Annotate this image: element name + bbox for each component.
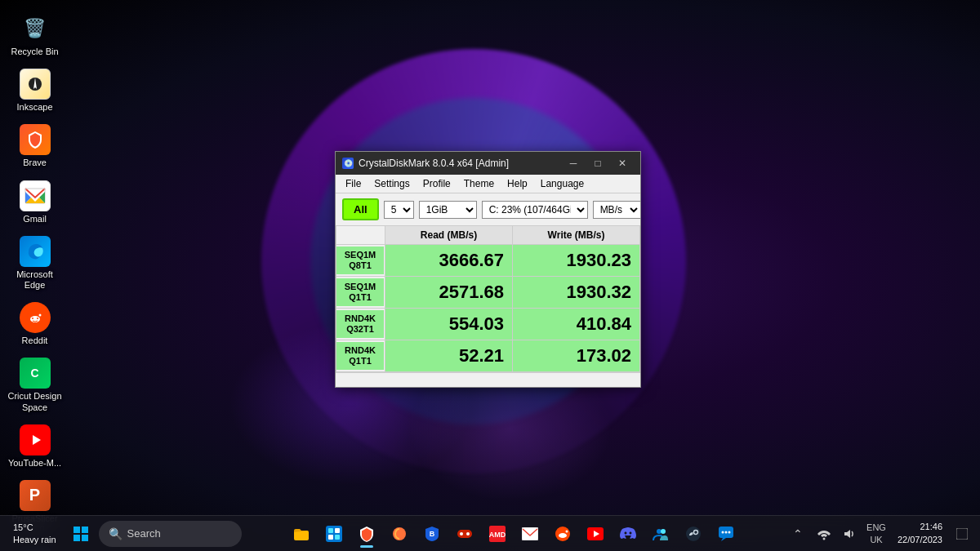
cdm-menu-settings[interactable]: Settings: [368, 176, 416, 191]
clock-widget[interactable]: 21:46 22/07/2023: [893, 521, 947, 546]
cdm-menu-language[interactable]: Language: [534, 176, 590, 191]
cdm-app-icon: 💿: [342, 158, 354, 169]
youtube-label: YouTube-M...: [8, 458, 61, 469]
svg-point-47: [722, 531, 724, 533]
cdm-window-controls: ─ □ ✕: [562, 154, 634, 172]
brave-label: Brave: [23, 158, 47, 168]
cdm-read-seq1m-q8t1: 3666.67: [385, 245, 512, 276]
cdm-read-rnd4k-q32t1: 554.03: [385, 309, 512, 340]
svg-rect-20: [82, 527, 88, 533]
reddit-label: Reddit: [22, 335, 48, 346]
taskbar-center: B AMD: [242, 518, 787, 549]
svg-rect-31: [457, 530, 472, 538]
svg-text:AMD: AMD: [489, 531, 506, 539]
cdm-maximize-btn[interactable]: □: [586, 154, 609, 172]
cdm-close-btn[interactable]: ✕: [611, 154, 634, 172]
svg-point-44: [686, 527, 701, 541]
cdm-menu-help[interactable]: Help: [501, 176, 534, 191]
windows-logo-icon: [74, 527, 88, 541]
taskbar-firefox[interactable]: [384, 518, 415, 549]
desktop-icon-brave[interactable]: Brave: [4, 119, 65, 173]
svg-rect-27: [328, 535, 333, 540]
taskbar-people[interactable]: [645, 518, 676, 549]
weather-temp: 15°C: [13, 522, 56, 533]
desktop-icon-msedge[interactable]: Microsoft Edge: [4, 231, 65, 295]
taskbar-msstore[interactable]: [318, 518, 350, 549]
cdm-menu-file[interactable]: File: [339, 176, 368, 191]
desktop-icon-youtube[interactable]: YouTube-M...: [4, 420, 65, 473]
cdm-menu-profile[interactable]: Profile: [416, 176, 457, 191]
svg-point-33: [466, 532, 470, 535]
recyclebin-icon: 🗑️: [20, 13, 51, 44]
cdm-drive-select[interactable]: C: 23% (107/464GiB): [482, 201, 588, 219]
svg-rect-23: [294, 531, 309, 540]
cdm-all-button[interactable]: All: [342, 198, 379, 220]
prusaslicer-icon: P: [20, 480, 51, 511]
msedge-icon: [20, 236, 51, 267]
taskbar-gaming[interactable]: [449, 518, 480, 549]
cdm-col-label: [336, 226, 385, 245]
svg-point-48: [725, 531, 728, 533]
cdm-footer: [336, 372, 640, 387]
svg-rect-19: [74, 527, 80, 533]
notification-button[interactable]: [951, 519, 973, 549]
taskbar-brave[interactable]: [351, 518, 382, 549]
desktop-icons-area: 🗑️ Recycle Bin Inkscape Brave Gmail: [4, 8, 65, 551]
cdm-label-rnd4k-q1t1: RND4KQ1T1: [336, 342, 384, 370]
cdm-controls-bar: All 5 1 3 9 1GiB 512MiB 2GiB C: 23% (107…: [336, 193, 640, 225]
weather-widget[interactable]: 15°C Heavy rain: [7, 522, 63, 545]
cdm-col-read: Read (MB/s): [385, 226, 513, 245]
region-text: UK: [870, 534, 882, 545]
desktop-icon-gmail[interactable]: Gmail: [4, 176, 65, 229]
taskbar-youtube[interactable]: [580, 518, 611, 549]
tray-network-icon[interactable]: [813, 519, 835, 549]
recyclebin-label: Recycle Bin: [11, 47, 58, 57]
cdm-col-write: Write (MB/s): [513, 226, 640, 245]
taskbar-discord[interactable]: [612, 518, 644, 549]
cdm-size-select[interactable]: 1GiB 512MiB 2GiB: [419, 201, 477, 219]
weather-condition: Heavy rain: [13, 534, 56, 545]
cricut-icon: C: [20, 358, 51, 389]
cdm-menu-theme[interactable]: Theme: [457, 176, 501, 191]
taskbar-gmail[interactable]: [514, 518, 546, 549]
reddit-icon: [20, 302, 51, 333]
cricut-label: Cricut Design Space: [7, 391, 62, 412]
svg-point-4: [38, 314, 41, 317]
youtube-icon: [20, 424, 51, 455]
cdm-read-rnd4k-q1t1: 52.21: [385, 340, 512, 371]
svg-text:B: B: [430, 530, 435, 538]
cdm-write-rnd4k-q1t1: 173.02: [513, 340, 639, 371]
svg-rect-28: [335, 535, 340, 540]
cdm-unit-select[interactable]: MB/s GB/s IOPS: [593, 201, 641, 219]
inkscape-label: Inkscape: [16, 102, 52, 113]
taskbar-steam[interactable]: [678, 518, 709, 549]
svg-rect-21: [74, 535, 80, 541]
cdm-row-seq1m-q8t1: SEQ1MQ8T1 3666.67 1930.23: [336, 245, 640, 277]
language-text: ENG: [866, 522, 886, 533]
taskbar-bitwarden[interactable]: B: [416, 518, 448, 549]
tray-chevron-up[interactable]: ⌃: [786, 519, 809, 549]
svg-rect-24: [326, 526, 342, 542]
taskbar-reddit[interactable]: [547, 518, 578, 549]
search-icon: 🔍: [109, 527, 122, 540]
cdm-write-seq1m-q8t1: 1930.23: [513, 245, 639, 276]
cdm-minimize-btn[interactable]: ─: [562, 154, 585, 172]
taskbar-amd[interactable]: AMD: [482, 518, 513, 549]
desktop-icon-recyclebin[interactable]: 🗑️ Recycle Bin: [4, 8, 65, 62]
language-indicator[interactable]: ENG UK: [863, 522, 889, 545]
tray-volume-icon[interactable]: [837, 519, 860, 549]
gmail-label: Gmail: [23, 214, 47, 224]
desktop-icon-inkscape[interactable]: Inkscape: [4, 64, 65, 118]
desktop-icon-cricut[interactable]: C Cricut Design Space: [4, 353, 65, 417]
taskbar-chat[interactable]: [710, 518, 742, 549]
taskbar-fileexplorer[interactable]: [286, 518, 317, 549]
cdm-runs-select[interactable]: 5 1 3 9: [384, 201, 414, 219]
cdm-results-table: Read (MB/s) Write (MB/s) SEQ1MQ8T1 3666.…: [336, 225, 640, 372]
search-bar[interactable]: 🔍 Search: [99, 521, 242, 547]
brave-icon: [20, 124, 51, 155]
cdm-menubar: File Settings Profile Theme Help Languag…: [336, 175, 640, 193]
cdm-row-rnd4k-q32t1: RND4KQ32T1 554.03 410.84: [336, 309, 640, 340]
svg-point-49: [728, 531, 731, 533]
start-button[interactable]: [66, 519, 96, 549]
desktop-icon-reddit[interactable]: Reddit: [4, 297, 65, 351]
